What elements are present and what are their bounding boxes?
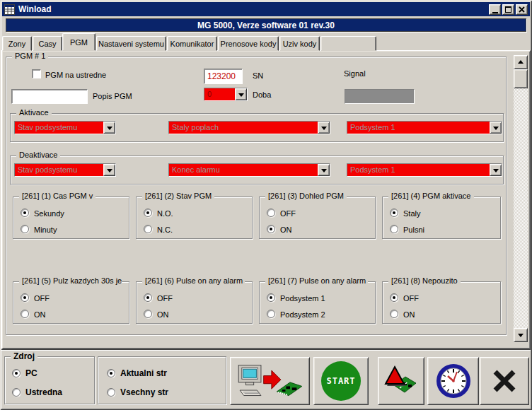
pgm-na-ustredne-label: PGM na ustredne — [45, 71, 106, 79]
zdroj-title: Zdroj — [11, 351, 37, 361]
scroll-thumb[interactable] — [514, 69, 528, 88]
option-group-3: [261] (3) Dohled PGM OFF ON — [259, 197, 376, 239]
tab-nastaveni-systemu[interactable]: Nastaveni systemu — [96, 36, 166, 51]
clock-button[interactable] — [427, 357, 479, 405]
pc-to-module-icon — [235, 361, 306, 401]
zdroj-groupbox: Zdroj PC Ustredna — [4, 356, 95, 404]
deaktivace-subevent-dropdown[interactable]: Konec alarmu — [168, 163, 330, 177]
start-button[interactable]: START — [313, 357, 369, 405]
signal-label: Signal — [344, 69, 366, 78]
dropdown-button[interactable] — [490, 122, 502, 134]
tab-blank — [320, 36, 376, 51]
scroll-down-button[interactable] — [514, 328, 528, 342]
start-icon: START — [321, 361, 361, 401]
app-icon — [4, 4, 15, 15]
popis-pgm-input[interactable] — [11, 89, 88, 104]
radio-nc[interactable] — [144, 225, 152, 233]
radio-dohled-on[interactable] — [267, 225, 275, 233]
radio-nepouzito-off[interactable] — [390, 293, 398, 302]
clock-icon — [435, 363, 472, 399]
dropdown-button[interactable] — [490, 164, 502, 176]
doba-dropdown-button[interactable] — [235, 88, 247, 100]
radio-pulz30-off[interactable] — [21, 293, 29, 302]
footer-bar: Zdroj PC Ustredna Aktualni str Vsechny s… — [1, 349, 531, 409]
vertical-scrollbar[interactable] — [514, 55, 528, 342]
tab-zony[interactable]: Zony — [2, 36, 32, 51]
option-group-1: [261] (1) Cas PGM v Sekundy Minuty — [13, 197, 129, 239]
radio-pulse-alarm-off[interactable] — [144, 293, 152, 302]
dropdown-button[interactable] — [318, 122, 330, 134]
option-group-6: [261] (6) Pulse on any alarm OFF ON — [136, 281, 253, 324]
radio-nepouzito-on[interactable] — [390, 310, 398, 318]
aktivace-event-dropdown[interactable]: Stav podsystemu — [14, 121, 116, 134]
aktivace-subevent-dropdown[interactable]: Staly poplach — [168, 121, 330, 134]
pages-groupbox: Aktualni str Vsechny str — [98, 356, 226, 404]
deaktivace-target-dropdown[interactable]: Podsystem 1 — [347, 163, 502, 177]
pgm1-group-title: PGM # 1 — [12, 52, 48, 60]
radio-pc[interactable] — [12, 369, 21, 377]
radio-dohled-off[interactable] — [267, 209, 275, 217]
module-alarm-button[interactable] — [378, 357, 424, 405]
arrow-up-icon — [518, 57, 524, 64]
radio-staly[interactable] — [390, 209, 398, 217]
radio-pulz30-on[interactable] — [21, 310, 29, 318]
chevron-down-icon — [493, 169, 499, 175]
dropdown-button[interactable] — [103, 122, 115, 134]
signal-meter — [345, 89, 415, 104]
radio-ustredna[interactable] — [12, 388, 21, 397]
scroll-up-button[interactable] — [514, 55, 528, 69]
minimize-icon — [492, 12, 498, 13]
chevron-down-icon — [238, 93, 244, 100]
dropdown-button[interactable] — [103, 164, 115, 176]
aktivace-target-dropdown[interactable]: Podsystem 1 — [347, 121, 502, 134]
arrow-down-icon — [518, 334, 524, 340]
doba-label: Doba — [253, 90, 271, 99]
tab-pgm[interactable]: PGM — [62, 33, 96, 51]
chevron-down-icon — [321, 127, 327, 133]
chevron-down-icon — [107, 127, 112, 133]
radio-minuty[interactable] — [21, 225, 29, 233]
close-x-icon — [490, 366, 519, 396]
minimize-button[interactable] — [489, 4, 501, 15]
radio-no[interactable] — [144, 209, 152, 217]
radio-vsechny-str[interactable] — [107, 388, 115, 397]
panel-model-title: MG 5000, Verze software 01 rev.30 — [197, 20, 335, 30]
doba-value: 0 — [204, 88, 235, 100]
chevron-down-icon — [321, 169, 327, 175]
close-icon — [519, 6, 525, 13]
option-group-2: [261] (2) Stav PGM N.O. N.C. — [136, 197, 253, 239]
write-pc-to-module-button[interactable] — [230, 357, 310, 405]
exit-button[interactable] — [480, 357, 529, 405]
option-group-4: [261] (4) PGM aktivace Staly Pulsni — [382, 197, 501, 239]
deaktivace-event-dropdown[interactable]: Stav podsystemu — [14, 163, 116, 177]
panel-model-banner: MG 5000, Verze software 01 rev.30 — [6, 18, 526, 32]
alarm-module-icon — [384, 364, 418, 398]
winload-window: Winload MG 5000, Verze software 01 rev.3… — [0, 0, 532, 410]
sn-label: SN — [253, 71, 263, 80]
radio-pulsni[interactable] — [390, 225, 398, 233]
radio-sekundy[interactable] — [21, 209, 29, 217]
radio-podsystem-1[interactable] — [267, 293, 275, 302]
tab-prenosove-kody[interactable]: Prenosove kody — [218, 36, 279, 51]
chevron-down-icon — [493, 127, 499, 133]
doba-dropdown[interactable]: 0 — [204, 88, 248, 101]
dropdown-button[interactable] — [318, 164, 330, 176]
radio-aktualni-str[interactable] — [107, 369, 115, 377]
radio-podsystem-2[interactable] — [267, 310, 275, 318]
tab-komunikator[interactable]: Komunikator — [167, 36, 217, 51]
popis-pgm-label: Popis PGM — [93, 92, 132, 100]
sn-input[interactable] — [204, 69, 243, 84]
maximize-icon — [505, 6, 511, 13]
option-group-5: [261] (5) Pulz kazdych 30s jeli AF OFF O… — [13, 281, 129, 324]
tab-uziv-kody[interactable]: Uziv kody — [279, 36, 320, 51]
close-button[interactable] — [516, 4, 528, 15]
titlebar: Winload — [2, 2, 530, 16]
option-group-7: [261] (7) Pulse on any alarm Podsystem 1… — [259, 281, 376, 324]
pgm-na-ustredne-checkbox[interactable] — [32, 69, 41, 78]
tab-casy[interactable]: Casy — [33, 36, 62, 51]
window-title: Winload — [18, 4, 52, 14]
radio-pulse-alarm-on[interactable] — [144, 310, 152, 318]
chevron-down-icon — [107, 169, 112, 175]
aktivace-title: Aktivace — [16, 108, 52, 117]
maximize-button[interactable] — [502, 4, 514, 15]
